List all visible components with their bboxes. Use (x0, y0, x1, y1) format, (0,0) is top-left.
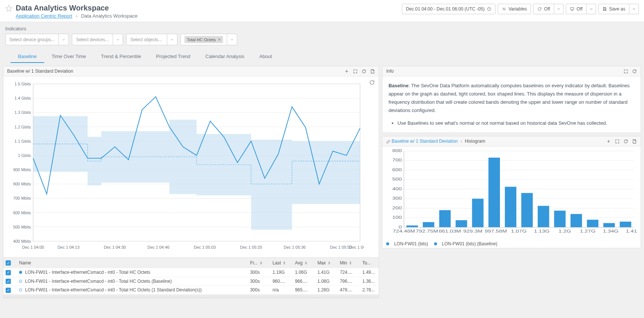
svg-text:929.3M: 929.3M (463, 229, 482, 234)
col-name[interactable]: Name (17, 260, 248, 266)
table-row[interactable]: LON-FW01 - Interface-ethernetCsmacd - in… (3, 286, 379, 295)
svg-text:1.27G: 1.27G (580, 229, 596, 234)
svg-text:1.34G: 1.34G (603, 229, 619, 234)
svg-rect-67 (587, 220, 599, 227)
indicators-selector[interactable]: Total HC Octets × (180, 34, 237, 45)
display-off-dropdown[interactable] (587, 4, 596, 14)
devices-selector[interactable]: Select devices... (72, 34, 123, 45)
svg-text:1.4 Gbits: 1.4 Gbits (15, 96, 31, 100)
favorite-star-icon[interactable] (5, 4, 13, 12)
svg-text:724.48M: 724.48M (393, 229, 415, 234)
svg-text:400: 400 (392, 187, 402, 191)
svg-text:1.41G: 1.41G (626, 229, 637, 234)
chevron-down-icon (170, 38, 174, 42)
refresh-off-dropdown[interactable] (554, 4, 564, 14)
add-icon[interactable] (606, 139, 611, 144)
refresh-icon[interactable] (361, 69, 366, 74)
svg-rect-62 (505, 187, 516, 227)
display-off-button[interactable]: Off (566, 4, 587, 14)
save-as-dropdown[interactable] (629, 4, 639, 14)
svg-rect-66 (571, 214, 582, 228)
expand-icon[interactable] (623, 69, 628, 74)
svg-text:1.07G: 1.07G (511, 229, 527, 234)
time-range-button[interactable]: Dec.01 04:00 - Dec.01 06:00 (UTC -05) (402, 4, 495, 14)
refresh-off-button[interactable]: Off (533, 4, 554, 14)
col-max[interactable]: Max▲▼ (315, 260, 338, 266)
row-checkbox[interactable] (6, 288, 11, 293)
svg-text:500 Mbits: 500 Mbits (13, 225, 31, 229)
tab-about[interactable]: About (252, 51, 280, 63)
chevron-down-icon (116, 38, 120, 42)
clock-icon (487, 7, 491, 11)
baseline-line-chart[interactable]: 400 Mbits500 Mbits600 Mbits700 Mbits800 … (7, 80, 364, 252)
svg-rect-57 (423, 222, 434, 227)
series-color-dot (19, 288, 22, 291)
tab-projected-trend[interactable]: Projected Trend (149, 51, 198, 63)
svg-text:800 Mbits: 800 Mbits (13, 182, 31, 186)
select-all-checkbox[interactable] (6, 260, 11, 266)
svg-rect-69 (620, 222, 631, 227)
panel-title: Info (386, 69, 623, 74)
col-min[interactable]: Min▲▼ (338, 260, 360, 266)
histogram-chart[interactable]: 0100200300400500600700800724.48M792.75M8… (386, 149, 637, 235)
page-header: Data Analytics Workspace Application Cen… (0, 0, 644, 22)
refresh-icon[interactable] (623, 139, 628, 144)
svg-rect-60 (472, 199, 484, 228)
save-as-button[interactable]: Save as (598, 4, 629, 14)
sliders-icon (502, 7, 506, 11)
breadcrumb-root-link[interactable]: Application Centric Report (16, 13, 72, 19)
objects-selector[interactable]: Select objects... (126, 34, 177, 45)
horizontal-scrollbar[interactable] (3, 295, 379, 298)
export-icon[interactable] (370, 69, 375, 74)
histogram-breadcrumb-link[interactable]: Baseline w/ 1 Standard Deviation (392, 139, 458, 144)
series-legend-table: Name Fr...▲▼ Last▲▼ Avg▲▼ Max▲▼ Min▲▼ To… (3, 257, 379, 298)
histogram-legend: LON-FW01 (bits) LON-FW01 (bits) (Baselin… (382, 240, 641, 248)
svg-text:300: 300 (392, 196, 402, 201)
tab-time-over-time[interactable]: Time Over Time (44, 51, 94, 63)
chart-refresh-icon[interactable] (369, 79, 375, 85)
svg-text:600: 600 (392, 168, 402, 172)
variables-button[interactable]: Variables (498, 4, 531, 14)
add-icon[interactable] (344, 69, 349, 74)
svg-text:Dec 1 04:30: Dec 1 04:30 (104, 245, 126, 249)
tab-trend-percentile[interactable]: Trend & Percentile (94, 51, 149, 63)
panel-title: Baseline w/ 1 Standard Deviation (7, 69, 344, 74)
chevron-right-icon: › (76, 13, 77, 19)
link-icon (386, 140, 390, 144)
breadcrumb: Application Centric Report › Data Analyt… (16, 13, 402, 19)
svg-text:200: 200 (392, 206, 402, 211)
svg-text:900 Mbits: 900 Mbits (13, 167, 31, 172)
svg-text:1.13G: 1.13G (534, 229, 550, 234)
remove-token-button[interactable]: × (218, 37, 221, 42)
refresh-icon[interactable] (632, 69, 637, 74)
svg-text:1.3 Gbits: 1.3 Gbits (15, 110, 31, 115)
expand-icon[interactable] (615, 139, 620, 144)
svg-text:1.2 Gbits: 1.2 Gbits (15, 125, 31, 129)
expand-icon[interactable] (353, 69, 358, 74)
row-checkbox[interactable] (6, 270, 11, 275)
svg-point-1 (503, 8, 504, 9)
svg-text:100: 100 (392, 215, 402, 220)
svg-text:Dec 1 04:00: Dec 1 04:00 (22, 245, 44, 249)
tab-baseline[interactable]: Baseline (10, 51, 44, 63)
device-groups-selector[interactable]: Select device groups... (5, 34, 69, 45)
svg-point-2 (504, 9, 505, 10)
svg-rect-56 (406, 225, 418, 227)
svg-rect-65 (554, 211, 566, 228)
chevron-down-icon (632, 7, 636, 11)
table-row[interactable]: LON-FW01 - Interface-ethernetCsmacd - in… (3, 268, 379, 277)
tab-calendar-analysis[interactable]: Calendar Analysis (198, 51, 252, 63)
svg-text:400 Mbits: 400 Mbits (13, 239, 31, 243)
svg-text:600 Mbits: 600 Mbits (13, 211, 31, 215)
row-checkbox[interactable] (6, 279, 11, 284)
col-avg[interactable]: Avg▲▼ (293, 260, 315, 266)
table-row[interactable]: LON-FW01 - Interface-ethernetCsmacd - in… (3, 277, 379, 286)
svg-text:792.75M: 792.75M (416, 229, 438, 234)
col-last[interactable]: Last▲▼ (270, 260, 293, 266)
export-icon[interactable] (632, 139, 637, 144)
col-total[interactable]: To... (360, 260, 379, 266)
svg-rect-61 (488, 158, 500, 227)
analysis-tabs: Baseline Time Over Time Trend & Percenti… (5, 45, 639, 63)
col-freq[interactable]: Fr...▲▼ (248, 260, 270, 266)
svg-rect-63 (521, 193, 533, 228)
